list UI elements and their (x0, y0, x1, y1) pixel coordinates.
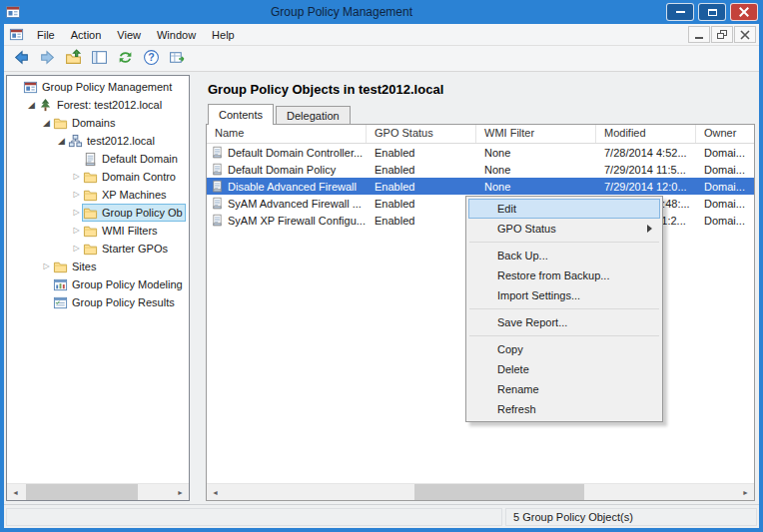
tree-item-forest-test2012-local[interactable]: ◢Forest: test2012.local (7, 96, 189, 114)
tree-item-sites[interactable]: ▷Sites (7, 258, 189, 275)
scrollbar-thumb[interactable] (414, 484, 584, 500)
context-menu-item-back-up[interactable]: Back Up... (468, 246, 660, 266)
results-icon (53, 295, 68, 310)
gpo-icon (83, 152, 98, 167)
context-menu-item-label: Back Up... (497, 250, 548, 262)
expander-expanded-icon[interactable]: ◢ (26, 96, 37, 114)
menu-file[interactable]: File (29, 26, 63, 44)
tree-item-wmi-filters[interactable]: ▷WMI Filters (7, 222, 189, 240)
scrollbar-thumb[interactable] (26, 484, 138, 500)
console-icon (23, 80, 38, 95)
minimize-icon (694, 30, 704, 40)
cell-name: SyAM XP Firewall Configu... (207, 214, 367, 227)
expander-collapsed-icon[interactable]: ▷ (71, 186, 82, 204)
tree-item-domain-contro[interactable]: ▷Domain Contro (7, 168, 189, 186)
gpo-icon (211, 146, 224, 159)
context-menu-item-label: Restore from Backup... (497, 269, 610, 281)
menu-action[interactable]: Action (63, 26, 110, 44)
tree-item-domains[interactable]: ◢Domains (7, 114, 189, 132)
tab-contents[interactable]: Contents (208, 104, 274, 125)
expander-collapsed-icon[interactable]: ▷ (71, 168, 82, 186)
expander-expanded-icon[interactable]: ◢ (41, 114, 52, 132)
back-button[interactable] (9, 48, 33, 70)
context-menu-item-refresh[interactable]: Refresh (468, 399, 660, 419)
child-minimize-button[interactable] (688, 26, 710, 43)
submenu-arrow-icon (647, 225, 652, 233)
column-header-owner[interactable]: Owner (696, 125, 754, 143)
context-menu-item-save-report[interactable]: Save Report... (468, 312, 660, 332)
scroll-right-arrow-icon[interactable]: ► (172, 484, 189, 500)
minimize-button[interactable] (666, 3, 694, 21)
menu-separator (469, 308, 659, 309)
tree-item-label: WMI Filters (102, 225, 158, 237)
context-menu-item-copy[interactable]: Copy (468, 339, 660, 359)
up-one-level-button[interactable] (61, 48, 85, 70)
column-header-modified[interactable]: Modified (596, 125, 696, 143)
cell-owner: Domai... (696, 164, 754, 176)
tree-horizontal-scrollbar[interactable]: ◄ ► (7, 483, 189, 500)
column-header-wmi-filter[interactable]: WMI Filter (476, 125, 596, 143)
menu-window[interactable]: Window (149, 26, 204, 44)
table-row-default-domain-policy[interactable]: Default Domain PolicyEnabledNone7/29/201… (207, 161, 754, 178)
context-menu-item-edit[interactable]: Edit (468, 199, 660, 219)
scroll-right-arrow-icon[interactable]: ► (737, 484, 754, 500)
context-menu-item-rename[interactable]: Rename (468, 379, 660, 399)
console-tree-pane: Group Policy Management◢Forest: test2012… (6, 75, 190, 501)
list-horizontal-scrollbar[interactable]: ◄ ► (207, 483, 754, 500)
child-close-button[interactable] (734, 26, 756, 43)
child-restore-button[interactable] (711, 26, 733, 43)
titlebar[interactable]: Group Policy Management (0, 0, 763, 24)
maximize-icon (708, 9, 717, 16)
forward-button[interactable] (35, 48, 59, 70)
show-console-tree-icon (91, 49, 108, 68)
expander-collapsed-icon[interactable]: ▷ (71, 222, 82, 240)
close-button[interactable] (730, 3, 758, 21)
column-header-gpo-status[interactable]: GPO Status (367, 125, 476, 143)
table-row-disable-advanced-firewall[interactable]: Disable Advanced FirewallEnabledNone7/29… (207, 178, 754, 195)
tree-item-default-domain[interactable]: Default Domain (7, 150, 189, 168)
context-menu-item-import-settings[interactable]: Import Settings... (468, 285, 660, 305)
expander-collapsed-icon[interactable]: ▷ (71, 240, 82, 258)
show-console-tree-button[interactable] (87, 48, 111, 70)
restore-icon (717, 30, 728, 40)
column-header-name[interactable]: Name (207, 125, 367, 143)
export-list-button[interactable] (165, 48, 189, 70)
console-tree: Group Policy Management◢Forest: test2012… (7, 78, 189, 483)
tree-item-label: Sites (72, 261, 96, 272)
tree-item-group-policy-modeling[interactable]: Group Policy Modeling (7, 275, 189, 293)
help-icon: ? (143, 49, 160, 68)
context-menu-item-restore-from-backup[interactable]: Restore from Backup... (468, 266, 660, 285)
tree-item-starter-gpos[interactable]: ▷Starter GPOs (7, 240, 189, 258)
refresh-button[interactable] (113, 48, 137, 70)
context-menu-item-label: Import Settings... (497, 289, 580, 301)
help-button[interactable]: ? (139, 48, 163, 70)
gpo-icon (211, 163, 224, 176)
expander-collapsed-icon[interactable]: ▷ (71, 204, 82, 222)
tree-item-group-policy-results[interactable]: Group Policy Results (7, 293, 189, 311)
menu-view[interactable]: View (109, 26, 149, 44)
tree-item-label: Domains (72, 117, 115, 129)
menu-help[interactable]: Help (204, 26, 243, 44)
cell-gpo_status: Enabled (367, 164, 476, 176)
cell-gpo_status: Enabled (367, 198, 476, 210)
context-menu-item-delete[interactable]: Delete (468, 359, 660, 379)
folder-icon (83, 242, 98, 257)
gpo-icon (211, 197, 224, 210)
table-row-default-domain-controller[interactable]: Default Domain Controller...EnabledNone7… (207, 144, 754, 161)
tree-item-group-policy-ob[interactable]: ▷Group Policy Ob (7, 204, 189, 222)
scroll-left-arrow-icon[interactable]: ◄ (207, 484, 224, 500)
context-menu-item-gpo-status[interactable]: GPO Status (468, 219, 660, 239)
expander-expanded-icon[interactable]: ◢ (56, 132, 67, 150)
tab-delegation[interactable]: Delegation (276, 106, 351, 125)
scroll-left-arrow-icon[interactable]: ◄ (7, 484, 24, 500)
maximize-button[interactable] (698, 3, 726, 21)
tree-item-test2012-local[interactable]: ◢test2012.local (7, 132, 189, 150)
gpo-icon (211, 214, 224, 227)
expander-collapsed-icon[interactable]: ▷ (41, 258, 52, 275)
tree-item-group-policy-management[interactable]: Group Policy Management (7, 78, 189, 96)
list-header: NameGPO StatusWMI FilterModifiedOwner (207, 125, 754, 144)
tree-item-label: Group Policy Modeling (72, 278, 183, 290)
forward-icon (39, 49, 56, 68)
tree-item-xp-machines[interactable]: ▷XP Machines (7, 186, 189, 204)
row-name-label: Default Domain Controller... (228, 147, 363, 159)
